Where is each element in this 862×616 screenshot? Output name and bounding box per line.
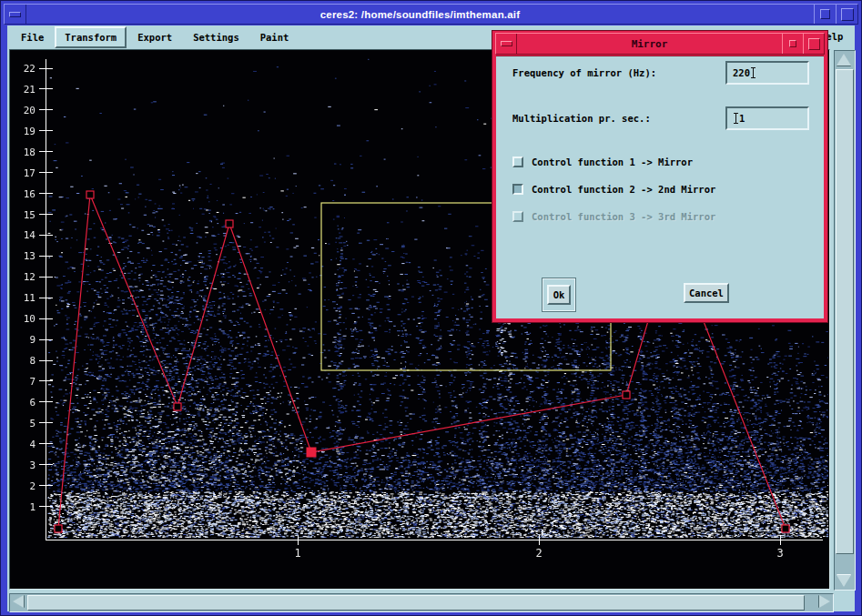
y-tick-label: 13: [24, 250, 35, 262]
y-tick-label: 12: [24, 271, 35, 283]
menu-item-file[interactable]: File: [11, 26, 54, 48]
control-function-2-label: Control function 2 -> 2nd Mirror: [532, 184, 715, 195]
scroll-down-icon[interactable]: [837, 575, 851, 587]
control-point-open[interactable]: [174, 403, 181, 410]
control-function-2-row: Control function 2 -> 2nd Mirror: [512, 182, 715, 197]
dialog-maximize-button[interactable]: [803, 34, 824, 54]
control-function-1-label: Control function 1 -> Mirror: [532, 157, 693, 167]
dialog-titlebar[interactable]: Mirror: [495, 33, 825, 55]
control-point-selected[interactable]: [307, 448, 316, 457]
multiplication-input[interactable]: 1: [725, 106, 809, 130]
y-tick-label: 2: [29, 480, 35, 492]
control-function-2-checkbox[interactable]: [512, 184, 523, 195]
control-point-open[interactable]: [782, 525, 789, 532]
dialog-menu-button[interactable]: [496, 34, 517, 54]
ok-default-ring: Ok: [542, 278, 576, 312]
frequency-label: Frequency of mirror (Hz):: [512, 67, 656, 78]
horizontal-scroll-thumb[interactable]: [27, 595, 805, 611]
mirror-dialog: Mirror Frequency of mirror (Hz): 220 Mul…: [492, 30, 828, 323]
y-tick-label: 15: [24, 209, 35, 221]
y-tick-label: 6: [29, 397, 35, 409]
y-tick-label: 21: [24, 84, 35, 96]
x-tick-label: 2: [535, 547, 542, 560]
y-tick-label: 5: [29, 418, 35, 429]
vertical-scroll-thumb[interactable]: [836, 69, 854, 554]
y-tick-label: 7: [29, 376, 35, 388]
maximize-icon: [841, 8, 854, 21]
menu-item-export[interactable]: Export: [127, 26, 182, 48]
frequency-input[interactable]: 220: [725, 61, 809, 85]
y-tick-label: 20: [24, 105, 35, 116]
y-tick-label: 22: [24, 63, 35, 75]
control-point-open[interactable]: [86, 191, 94, 198]
scroll-right-icon[interactable]: [819, 595, 830, 608]
scroll-up-icon[interactable]: [837, 54, 851, 66]
text-caret: [750, 67, 756, 78]
dialog-title: Mirror: [517, 38, 782, 50]
y-tick-label: 16: [24, 188, 35, 200]
multiplication-label: Multiplication pr. sec.:: [512, 113, 651, 124]
menu-item-transform[interactable]: Transform: [55, 26, 127, 48]
window-title: ceres2: /home/soundfiles/imtheman.aif: [26, 9, 814, 20]
minimize-icon: [820, 9, 830, 19]
maximize-button[interactable]: [836, 5, 857, 24]
dialog-minimize-icon: [789, 40, 796, 47]
y-tick-label: 4: [29, 439, 35, 450]
control-function-1-row: Control function 1 -> Mirror: [512, 155, 693, 169]
titlebar[interactable]: ceres2: /home/soundfiles/imtheman.aif: [4, 4, 858, 25]
control-function-3-checkbox[interactable]: [512, 211, 523, 222]
dialog-menu-icon: [501, 41, 512, 46]
y-tick-label: 9: [29, 334, 35, 346]
window-menu-button[interactable]: [5, 5, 26, 24]
x-tick-label: 1: [294, 547, 300, 560]
x-tick-label: 3: [776, 547, 783, 560]
y-tick-label: 10: [24, 313, 35, 325]
dialog-body: Frequency of mirror (Hz): 220 Multiplica…: [496, 56, 824, 318]
control-point-open[interactable]: [226, 220, 233, 227]
control-point-open[interactable]: [623, 391, 630, 399]
text-caret: [733, 113, 739, 124]
frequency-value: 220: [733, 67, 750, 78]
scroll-left-icon[interactable]: [13, 595, 24, 608]
minimize-button[interactable]: [814, 5, 836, 24]
control-function-3-label: Control function 3 -> 3rd Mirror: [532, 211, 715, 222]
cancel-button[interactable]: Cancel: [684, 283, 729, 303]
menu-item-settings[interactable]: Settings: [183, 26, 249, 48]
y-tick-label: 11: [24, 292, 35, 304]
y-tick-label: 8: [29, 355, 35, 367]
dialog-maximize-icon: [808, 38, 820, 50]
horizontal-scrollbar[interactable]: [9, 593, 834, 612]
y-tick-label: 3: [29, 459, 35, 471]
app-window: ceres2: /home/soundfiles/imtheman.aif Fi…: [0, 0, 862, 616]
control-function-3-row: Control function 3 -> 3rd Mirror: [512, 209, 715, 224]
vertical-scrollbar[interactable]: [834, 50, 856, 591]
control-point-open[interactable]: [55, 525, 62, 532]
menu-item-paint[interactable]: Paint: [250, 26, 299, 48]
window-menu-icon: [9, 12, 21, 17]
y-tick-label: 19: [24, 126, 35, 137]
multiplication-value: 1: [739, 113, 745, 124]
ok-button[interactable]: Ok: [547, 285, 572, 305]
y-tick-label: 18: [24, 146, 35, 158]
dialog-minimize-button[interactable]: [782, 34, 803, 54]
y-tick-label: 1: [29, 501, 35, 513]
y-tick-label: 14: [24, 229, 36, 241]
control-function-1-checkbox[interactable]: [512, 157, 523, 167]
y-tick-label: 17: [24, 167, 35, 179]
